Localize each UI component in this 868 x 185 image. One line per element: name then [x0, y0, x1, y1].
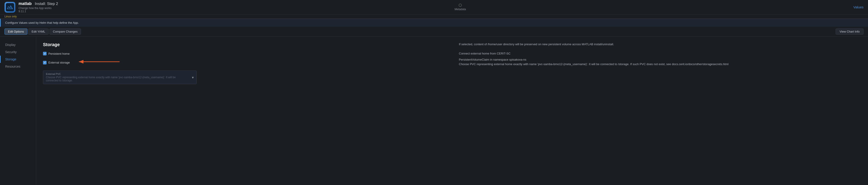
sidebar: Display Security Storage Resources	[0, 37, 36, 185]
edit-yaml-button[interactable]: Edit YAML	[28, 29, 49, 35]
toolbar-right: View Chart Info	[836, 29, 864, 35]
external-storage-checkbox-wrapper[interactable]: External storage	[43, 61, 70, 64]
info-bar: Configure Values used by Helm that help …	[0, 19, 868, 27]
desc-external-storage-body: PersistentVolumeClaim in namespace spisa…	[459, 57, 859, 67]
info-bar-text: Configure Values used by Helm that help …	[5, 21, 79, 24]
values-link[interactable]: Values	[853, 5, 864, 9]
header-title-group: matlab Install: Step 2 Change how the Ap…	[19, 1, 58, 13]
linux-banner: Linux only	[0, 14, 868, 19]
desc-external-storage: Connect external home from CERIT-SC Pers…	[459, 51, 859, 67]
external-pvc-container: External PVC Choose PVC representing ext…	[43, 70, 443, 84]
persistent-home-checkbox-wrapper[interactable]: Persistent home	[43, 52, 70, 55]
desc-persistent-home: If selected, content of /home/user direc…	[459, 42, 859, 47]
header-subtitle: Change how the App works	[19, 6, 58, 10]
pvc-select-wrapper[interactable]: External PVC Choose PVC representing ext…	[43, 70, 197, 84]
main-content: Display Security Storage Resources Stora…	[0, 37, 868, 185]
persistent-home-checkbox[interactable]	[43, 52, 46, 55]
external-storage-checkbox[interactable]	[43, 61, 46, 64]
matlab-logo-icon	[6, 4, 13, 11]
app-logo	[4, 2, 16, 13]
sidebar-item-security[interactable]: Security	[0, 49, 36, 56]
step-metadata-label: Metadata	[455, 8, 466, 11]
header-right[interactable]: Values	[853, 5, 864, 9]
app-version: 9.11.1	[19, 10, 58, 13]
desc-external-storage-header: Connect external home from CERIT-SC	[459, 51, 859, 56]
install-step: Install: Step 2	[35, 2, 58, 6]
header: matlab Install: Step 2 Change how the Ap…	[0, 0, 868, 14]
description-panel: If selected, content of /home/user direc…	[450, 37, 868, 185]
external-storage-row: External storage	[43, 58, 443, 67]
step-metadata[interactable]: Metadata	[455, 4, 466, 11]
content-area: Storage Persistent home External storage	[36, 37, 450, 185]
compare-changes-button[interactable]: Compare Changes	[50, 29, 81, 35]
header-steps: Metadata	[67, 4, 853, 11]
edit-options-button[interactable]: Edit Options	[4, 29, 27, 35]
sidebar-item-storage[interactable]: Storage	[0, 56, 36, 63]
svg-marker-2	[79, 60, 84, 64]
sidebar-display-label: Display	[5, 43, 16, 47]
pvc-placeholder: Choose PVC representing external home ex…	[46, 76, 187, 82]
persistent-home-label: Persistent home	[49, 52, 70, 55]
external-storage-label: External storage	[49, 61, 70, 64]
step-metadata-circle	[459, 4, 462, 7]
persistent-home-row: Persistent home	[43, 52, 443, 55]
pvc-label-inside: External PVC	[46, 72, 187, 75]
view-chart-info-button[interactable]: View Chart Info	[836, 29, 864, 35]
red-arrow-icon	[74, 58, 120, 65]
desc-persistent-home-text: If selected, content of /home/user direc…	[459, 42, 859, 47]
sidebar-item-resources[interactable]: Resources	[0, 63, 36, 70]
arrow-indicator	[74, 58, 120, 67]
sidebar-item-display[interactable]: Display	[0, 41, 36, 49]
sidebar-storage-label: Storage	[5, 57, 16, 61]
pvc-chevron-icon: ▾	[192, 75, 194, 80]
app-logo-inner	[6, 3, 14, 11]
sidebar-security-label: Security	[5, 50, 17, 54]
toolbar: Edit Options Edit YAML Compare Changes V…	[0, 27, 868, 37]
sidebar-resources-label: Resources	[5, 65, 20, 68]
app-name: matlab	[19, 1, 32, 6]
linux-banner-text: Linux only	[4, 15, 17, 18]
section-title: Storage	[43, 42, 443, 47]
pvc-select-inner: External PVC Choose PVC representing ext…	[43, 71, 196, 84]
